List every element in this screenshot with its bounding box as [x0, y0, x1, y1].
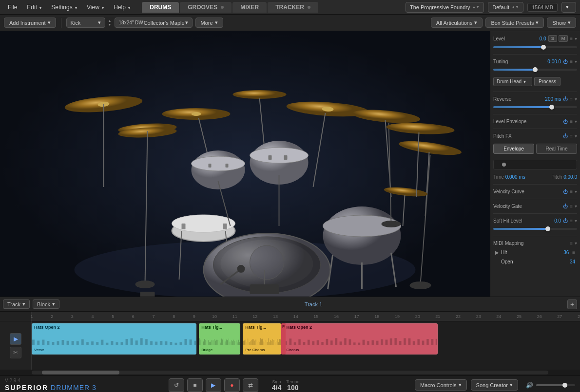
- song-creator-button[interactable]: Song Creator ▾: [471, 379, 518, 391]
- menu-help[interactable]: Help ▾: [110, 3, 134, 12]
- drum-size-arrows[interactable]: ▲ ▼: [108, 19, 112, 26]
- drum-name-display[interactable]: 18x24" DW Collector's Maple ▾: [115, 18, 193, 28]
- tuning-power-icon[interactable]: ⏻: [563, 59, 568, 64]
- select-tool[interactable]: ▶: [10, 333, 21, 345]
- reverse-power-icon[interactable]: ⏻: [563, 96, 568, 102]
- time-signature-display[interactable]: Sign 4/4: [272, 379, 281, 391]
- velocity-curve-power-icon[interactable]: ⏻: [563, 189, 568, 194]
- hit-arrow-icon: ▶: [495, 250, 499, 255]
- level-envelope-power-icon[interactable]: ⏻: [563, 119, 568, 124]
- tuning-menu-icon[interactable]: ≡: [570, 59, 573, 64]
- ruler-mark-14: 14: [293, 314, 298, 319]
- drum-kit-area[interactable]: [0, 31, 490, 297]
- reverse-collapse-icon[interactable]: ▾: [575, 96, 577, 102]
- velocity-gate-collapse-icon[interactable]: ▾: [575, 204, 577, 209]
- menu-settings[interactable]: Settings ▾: [47, 3, 81, 12]
- track-lane-area: ▶ ✂ Hats Open 2VerseHats Tig...BridgeHat…: [0, 321, 580, 370]
- soft-hit-collapse-icon[interactable]: ▾: [575, 218, 577, 224]
- divider-4: [493, 129, 577, 129]
- add-instrument-button[interactable]: Add Instrument ▾: [4, 18, 56, 28]
- loop-button[interactable]: ↺: [169, 378, 184, 392]
- tab-drums[interactable]: DRUMS: [142, 2, 179, 13]
- block-dropdown[interactable]: Block ▾: [33, 299, 59, 309]
- s-button[interactable]: S: [548, 35, 557, 42]
- soft-hit-slider-handle[interactable]: [545, 226, 550, 231]
- envelope-button[interactable]: Envelope: [493, 144, 534, 154]
- open-row[interactable]: Open 34: [493, 258, 577, 265]
- volume-slider[interactable]: [536, 384, 575, 386]
- hit-menu-icon[interactable]: ≡: [572, 250, 575, 255]
- reverse-slider[interactable]: [493, 106, 577, 108]
- track-dropdown[interactable]: Track ▾: [3, 299, 30, 309]
- level-slider-handle[interactable]: [541, 45, 546, 50]
- tuning-slider[interactable]: [493, 69, 577, 71]
- expand-btn[interactable]: ▾: [561, 2, 576, 13]
- level-collapse-icon[interactable]: ▾: [575, 36, 577, 41]
- level-slider[interactable]: [493, 46, 577, 48]
- velocity-curve-menu-icon[interactable]: ≡: [570, 189, 573, 194]
- ruler-mark-26: 26: [537, 314, 542, 319]
- kick-selector[interactable]: Kick ▾: [66, 18, 105, 28]
- tuning-slider-handle[interactable]: [533, 67, 538, 72]
- soft-hit-slider[interactable]: [493, 228, 577, 230]
- tab-tracker[interactable]: TRACKER: [268, 2, 318, 13]
- scissors-tool[interactable]: ✂: [10, 347, 21, 358]
- tab-grooves[interactable]: GROOVES: [180, 2, 232, 13]
- process-button[interactable]: Process: [534, 77, 561, 86]
- real-time-button[interactable]: Real Time: [536, 144, 577, 154]
- pitch-dot-handle[interactable]: [502, 163, 506, 167]
- track-block-2[interactable]: Hats Tig...Pre Chorus: [243, 323, 281, 355]
- midi-mapping-collapse-icon[interactable]: ▾: [575, 241, 577, 246]
- reverse-slider-handle[interactable]: [549, 105, 554, 110]
- midi-mapping-row: MIDI Mapping ≡ ▾: [493, 240, 577, 247]
- track-block-3[interactable]: Hats Open 2Chorus: [284, 323, 438, 355]
- volume-knob[interactable]: [562, 383, 567, 388]
- bounce-button[interactable]: ⇄: [243, 378, 258, 392]
- project-name-dropdown[interactable]: The Progressive Foundry ▲▼: [406, 2, 484, 13]
- box-state-presets-button[interactable]: Box State Presets ▾: [485, 18, 544, 28]
- level-menu-icon[interactable]: ≡: [570, 36, 573, 41]
- drum-head-row: Drum Head ▾ Process: [493, 77, 577, 86]
- macro-controls-button[interactable]: Macro Controls ▾: [415, 379, 467, 391]
- level-envelope-collapse-icon[interactable]: ▾: [575, 119, 577, 124]
- ruler-mark-9: 9: [193, 314, 195, 319]
- midi-mapping-menu-icon[interactable]: ≡: [570, 241, 573, 246]
- menu-file[interactable]: File: [4, 3, 21, 12]
- more-button[interactable]: More ▾: [195, 18, 223, 28]
- velocity-gate-menu-icon[interactable]: ≡: [570, 204, 573, 209]
- drum-head-select[interactable]: Drum Head ▾: [493, 77, 532, 86]
- show-button[interactable]: Show ▾: [547, 18, 576, 28]
- track-block-0[interactable]: Hats Open 2Verse: [32, 323, 196, 355]
- articulation-selector[interactable]: All Articulations ▾: [431, 18, 483, 28]
- velocity-curve-collapse-icon[interactable]: ▾: [575, 189, 577, 194]
- add-track-button[interactable]: +: [567, 299, 577, 309]
- hit-row[interactable]: ▶ Hit 36 ≡: [493, 249, 577, 256]
- velocity-gate-power-icon[interactable]: ⏻: [563, 204, 568, 209]
- track-block-1[interactable]: Hats Tig...Bridge: [199, 323, 240, 355]
- reverse-menu-icon[interactable]: ≡: [570, 96, 573, 102]
- pitch-slider-area[interactable]: [493, 160, 577, 169]
- soft-hit-power-icon[interactable]: ⏻: [563, 218, 568, 224]
- menu-view[interactable]: View ▾: [83, 3, 108, 12]
- open-value: 34: [570, 259, 575, 264]
- pitch-fx-power-icon[interactable]: ⏻: [563, 133, 568, 139]
- stop-button[interactable]: ■: [187, 378, 203, 392]
- ruler-mark-3: 3: [71, 314, 74, 319]
- record-button[interactable]: ●: [224, 378, 240, 392]
- menu-edit[interactable]: Edit ▾: [23, 3, 45, 12]
- level-envelope-menu-icon[interactable]: ≡: [570, 119, 573, 124]
- tuning-collapse-icon[interactable]: ▾: [575, 59, 577, 64]
- block-subtitle-3: Chorus: [285, 348, 301, 352]
- velocity-gate-label: Velocity Gate: [493, 204, 522, 209]
- tab-mixer[interactable]: MIXER: [232, 2, 267, 13]
- svg-rect-45: [250, 284, 279, 294]
- pitch-fx-collapse-icon[interactable]: ▾: [575, 133, 577, 139]
- m-button[interactable]: M: [559, 35, 568, 42]
- soft-hit-menu-icon[interactable]: ≡: [570, 218, 573, 224]
- track-lanes[interactable]: Hats Open 2VerseHats Tig...BridgeHats Ti…: [32, 321, 580, 370]
- preset-name-dropdown[interactable]: Default ▲▼: [488, 2, 523, 13]
- scroll-thumb[interactable]: [42, 371, 119, 374]
- play-button[interactable]: ▶: [206, 378, 221, 392]
- tempo-display[interactable]: Tempo 100: [286, 379, 299, 391]
- pitch-fx-menu-icon[interactable]: ≡: [570, 133, 573, 139]
